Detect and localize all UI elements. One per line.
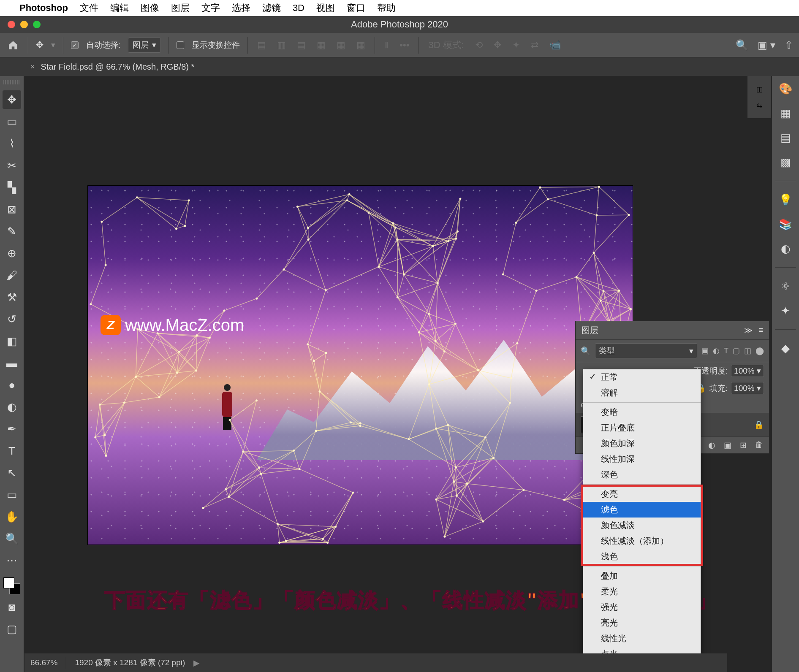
blend-mode-item[interactable]: 浅色 <box>583 549 701 564</box>
dodge-tool[interactable]: ◐ <box>3 398 21 416</box>
layers-panel-tab[interactable]: 图层 <box>582 325 598 336</box>
menu-select[interactable]: 选择 <box>232 2 250 14</box>
panel-menu-icon[interactable]: ≡ <box>758 325 763 335</box>
frame-tool[interactable]: ⊠ <box>3 200 21 219</box>
menu-view[interactable]: 视图 <box>316 2 335 14</box>
home-button[interactable] <box>6 38 20 52</box>
collapsed-panel-group[interactable]: ◫ ⇆ <box>747 76 771 118</box>
path-select-tool[interactable]: ↖ <box>3 463 21 482</box>
adjustments-panel-icon[interactable]: ◐ <box>777 240 794 257</box>
patterns-panel-icon[interactable]: ▩ <box>777 154 794 171</box>
window-minimize-button[interactable] <box>20 21 28 28</box>
menu-layer[interactable]: 图层 <box>171 2 190 14</box>
color-swatch[interactable] <box>3 577 20 594</box>
fill-value[interactable]: 100% ▾ <box>731 382 764 394</box>
menu-file[interactable]: 文件 <box>80 2 98 14</box>
history-brush-tool[interactable]: ↺ <box>3 310 21 328</box>
properties-panel-icon[interactable]: 💡 <box>777 191 794 208</box>
filter-toggle-icon[interactable]: ⬤ <box>756 346 764 355</box>
status-arrow-icon[interactable]: ▶ <box>193 658 200 668</box>
panel-grip[interactable] <box>3 80 20 84</box>
brush-tool[interactable]: 🖌 <box>3 266 21 285</box>
blend-mode-item[interactable]: 正常 <box>583 369 701 385</box>
swatches-panel-icon[interactable]: ▦ <box>777 105 794 122</box>
blend-mode-item[interactable]: 溶解 <box>583 385 701 401</box>
blend-mode-item[interactable]: 线性减淡（添加） <box>583 533 701 549</box>
type-tool[interactable]: T <box>3 442 21 460</box>
menu-edit[interactable]: 编辑 <box>110 2 129 14</box>
window-close-button[interactable] <box>8 21 15 28</box>
blend-mode-dropdown[interactable]: 正常溶解变暗正片叠底颜色加深线性加深深色变亮滤色颜色减淡线性减淡（添加）浅色叠加… <box>583 369 701 672</box>
filter-type-icon[interactable]: T <box>724 347 728 355</box>
blend-mode-item[interactable]: 变亮 <box>583 486 701 502</box>
blend-mode-item[interactable]: 颜色减淡 <box>583 518 701 533</box>
quick-mask-toggle[interactable]: ◙ <box>3 598 21 616</box>
layers-panel-icon[interactable]: ◆ <box>777 340 794 357</box>
color-panel-icon[interactable]: 🎨 <box>777 80 794 97</box>
group-icon[interactable]: ▣ <box>724 440 731 450</box>
healing-tool[interactable]: ⊕ <box>3 244 21 263</box>
tab-close-icon[interactable]: × <box>30 62 35 71</box>
blend-mode-item[interactable]: 滤色 <box>583 502 701 518</box>
libraries-panel-icon[interactable]: 📚 <box>777 216 794 233</box>
eyedropper-tool[interactable]: ✎ <box>3 222 21 241</box>
new-layer-icon[interactable]: ⊞ <box>740 440 747 450</box>
delete-layer-icon[interactable]: 🗑 <box>755 440 763 450</box>
blur-tool[interactable]: ● <box>3 376 21 394</box>
document-tab-label[interactable]: Star Field.psd @ 66.7% (Mesh, RGB/8) * <box>41 62 195 72</box>
blend-mode-item[interactable]: 深色 <box>583 467 701 482</box>
edit-toolbar[interactable]: ⋯ <box>3 551 21 570</box>
blend-mode-item[interactable]: 正片叠底 <box>583 420 701 436</box>
menu-type[interactable]: 文字 <box>201 2 220 14</box>
quick-select-tool[interactable]: ✂ <box>3 156 21 175</box>
auto-select-checkbox[interactable]: ✓ <box>71 41 79 49</box>
share-icon[interactable]: ⇧ <box>785 39 793 51</box>
list-icon[interactable]: ⇆ <box>757 101 762 109</box>
blend-mode-item[interactable]: 变暗 <box>583 404 701 420</box>
blend-mode-item[interactable]: 叠加 <box>583 568 701 584</box>
paths-panel-icon[interactable]: ✦ <box>777 302 794 319</box>
marquee-tool[interactable]: ▭ <box>3 112 21 131</box>
cube-3d-icon[interactable]: ◫ <box>756 85 763 93</box>
screen-mode-toggle[interactable]: ▢ <box>3 620 21 638</box>
gradient-tool[interactable]: ▬ <box>3 354 21 372</box>
more-icon[interactable]: ••• <box>398 40 411 51</box>
lasso-tool[interactable]: ⌇ <box>3 134 21 153</box>
filter-shape-icon[interactable]: ▢ <box>733 346 740 355</box>
blend-mode-item[interactable]: 线性加深 <box>583 451 701 467</box>
menu-filter[interactable]: 滤镜 <box>262 2 281 14</box>
menu-window[interactable]: 窗口 <box>347 2 365 14</box>
show-transform-checkbox[interactable] <box>177 41 184 49</box>
opacity-value[interactable]: 100% ▾ <box>731 365 764 377</box>
blend-mode-item[interactable]: 线性光 <box>583 631 701 646</box>
status-zoom[interactable]: 66.67% <box>30 658 57 667</box>
menu-help[interactable]: 帮助 <box>377 2 396 14</box>
foreground-color[interactable] <box>3 577 14 588</box>
lock-icon[interactable]: 🔒 <box>754 420 764 430</box>
blend-mode-item[interactable]: 柔光 <box>583 584 701 599</box>
filter-adjustment-icon[interactable]: ◐ <box>713 346 720 355</box>
filter-type-dropdown[interactable]: 类型▾ <box>595 343 697 358</box>
crop-tool[interactable]: ▚ <box>3 178 21 197</box>
blend-mode-item[interactable]: 亮光 <box>583 615 701 631</box>
menu-3d[interactable]: 3D <box>293 3 304 14</box>
hand-tool[interactable]: ✋ <box>3 507 21 526</box>
channels-panel-icon[interactable]: ⚛ <box>777 278 794 295</box>
eraser-tool[interactable]: ◧ <box>3 332 21 350</box>
stamp-tool[interactable]: ⚒ <box>3 288 21 306</box>
status-dimensions[interactable]: 1920 像素 x 1281 像素 (72 ppi) <box>75 657 185 668</box>
canvas[interactable] <box>88 186 633 545</box>
blend-mode-item[interactable]: 颜色加深 <box>583 436 701 451</box>
move-tool[interactable]: ✥ <box>3 90 21 109</box>
menu-image[interactable]: 图像 <box>141 2 159 14</box>
shape-tool[interactable]: ▭ <box>3 485 21 504</box>
workspace-icon[interactable]: ▣ ▾ <box>758 39 775 51</box>
pen-tool[interactable]: ✒ <box>3 420 21 438</box>
auto-select-dropdown[interactable]: 图层▾ <box>128 38 161 53</box>
filter-pixel-icon[interactable]: ▣ <box>701 346 709 355</box>
gradients-panel-icon[interactable]: ▤ <box>777 129 794 146</box>
app-name[interactable]: Photoshop <box>19 3 68 14</box>
search-icon[interactable]: 🔍 <box>736 39 748 51</box>
expand-icon[interactable]: ≫ <box>744 325 753 335</box>
adjustment-layer-icon[interactable]: ◐ <box>708 440 715 450</box>
